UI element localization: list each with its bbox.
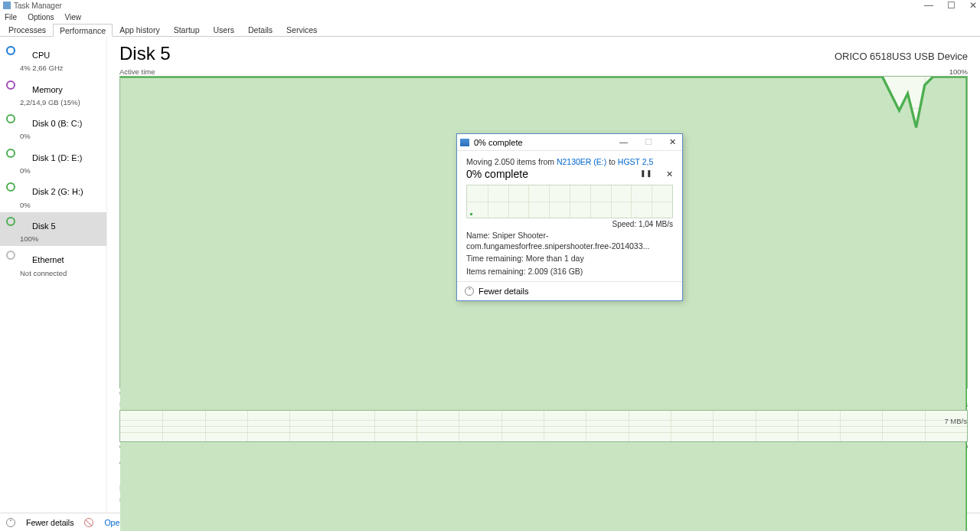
memory-ring-icon: [6, 80, 15, 90]
chevron-up-icon[interactable]: ˄: [465, 287, 474, 296]
sidebar-item-disk1[interactable]: Disk 1 (D: E:)0%: [0, 144, 106, 179]
sidebar-item-disk0[interactable]: Disk 0 (B: C:)0%: [0, 110, 106, 144]
sidebar-item-sub: 0%: [20, 166, 94, 175]
menu-file[interactable]: File: [5, 13, 17, 21]
sidebar-item-disk5[interactable]: Disk 5100%: [0, 212, 106, 247]
perf-sidebar: CPU4% 2,66 GHz Memory2,2/14,9 GB (15%) D…: [0, 37, 107, 513]
sidebar-item-label: CPU: [20, 44, 64, 64]
copy-dialog-icon: [460, 139, 469, 146]
dialog-title: 0% complete: [474, 138, 616, 147]
moving-to: to: [606, 157, 618, 166]
device-name: ORICO 6518US3 USB Device: [835, 51, 968, 62]
dialog-name-key: Name:: [466, 231, 490, 240]
resource-monitor-icon: [84, 518, 93, 527]
chevron-up-icon[interactable]: ˄: [6, 518, 15, 527]
graph2-ymid: 7 MB/s: [944, 417, 967, 425]
menu-options[interactable]: Options: [28, 13, 54, 21]
tab-bar: Processes Performance App history Startu…: [0, 23, 980, 37]
dialog-dest-link[interactable]: HGST 2,5: [618, 157, 654, 166]
dialog-maximize-button[interactable]: ☐: [642, 137, 655, 147]
app-icon: [3, 2, 11, 9]
titlebar: Task Manager — ☐ ✕: [0, 0, 980, 11]
ethernet-ring-icon: [6, 251, 15, 260]
dialog-pause-button[interactable]: ❚❚: [640, 169, 652, 179]
sidebar-item-sub: Not connected: [20, 269, 77, 277]
tab-services[interactable]: Services: [279, 23, 324, 36]
moving-prefix: Moving 2.050 items from: [466, 157, 557, 166]
window-title: Task Manager: [14, 2, 924, 10]
disk-ring-icon: [6, 149, 15, 158]
window-close-button[interactable]: ✕: [969, 0, 977, 11]
tab-performance[interactable]: Performance: [53, 24, 113, 37]
tab-app-history[interactable]: App history: [113, 23, 167, 36]
sidebar-item-disk2[interactable]: Disk 2 (G: H:)0%: [0, 178, 106, 212]
graph1-label: Active time: [119, 67, 155, 76]
dialog-name-value: Sniper Shooter-com.fungamesforfree.snipe…: [466, 231, 649, 251]
sidebar-item-label: Ethernet: [20, 249, 77, 268]
dialog-percent: 0% complete: [466, 168, 528, 180]
sidebar-item-label: Disk 0 (B: C:): [20, 113, 94, 132]
transfer-rate-graph: 7 MB/s: [119, 410, 968, 442]
speed-graph-marker: [470, 213, 472, 215]
dialog-items-value: 2.009 (316 GB): [528, 267, 583, 276]
dialog-time-key: Time remaining:: [466, 254, 524, 263]
dialog-cancel-button[interactable]: ✕: [666, 169, 673, 179]
window-minimize-button[interactable]: —: [924, 0, 933, 11]
page-title: Disk 5: [119, 43, 171, 64]
transfer-rate-line: [120, 411, 967, 531]
dialog-time-value: More than 1 day: [526, 254, 584, 263]
sidebar-item-cpu[interactable]: CPU4% 2,66 GHz: [0, 41, 106, 76]
sidebar-item-label: Disk 1 (D: E:): [20, 147, 94, 166]
sidebar-item-ethernet[interactable]: EthernetNot connected: [0, 246, 106, 280]
cpu-ring-icon: [6, 46, 15, 55]
tab-users[interactable]: Users: [207, 23, 241, 36]
graph1-ymax: 100%: [949, 67, 968, 76]
sidebar-item-label: Disk 5: [20, 215, 68, 234]
disk-ring-icon: [6, 182, 15, 192]
sidebar-item-sub: 0%: [20, 132, 94, 140]
sidebar-item-label: Memory: [20, 79, 80, 98]
sidebar-item-sub: 2,2/14,9 GB (15%): [20, 98, 80, 107]
dialog-speed-graph: [466, 185, 673, 218]
sidebar-item-sub: 4% 2,66 GHz: [20, 64, 64, 72]
sidebar-item-memory[interactable]: Memory2,2/14,9 GB (15%): [0, 76, 106, 110]
dialog-items-key: Items remaining:: [466, 267, 526, 276]
tab-startup[interactable]: Startup: [167, 23, 207, 36]
dialog-source-link[interactable]: N2130ER (E:): [557, 157, 606, 166]
file-copy-dialog: 0% complete — ☐ ✕ Moving 2.050 items fro…: [456, 133, 683, 301]
fewer-details-link[interactable]: Fewer details: [26, 518, 74, 527]
disk-ring-icon: [6, 114, 15, 123]
menubar: File Options View: [0, 11, 980, 23]
dialog-minimize-button[interactable]: —: [616, 137, 631, 147]
tab-processes[interactable]: Processes: [2, 23, 53, 36]
dialog-fewer-details-link[interactable]: Fewer details: [479, 287, 528, 296]
dialog-close-button[interactable]: ✕: [666, 137, 679, 147]
sidebar-item-sub: 0%: [20, 201, 96, 209]
dialog-speed-text: Speed: 1,04 MB/s: [466, 220, 673, 228]
dialog-titlebar[interactable]: 0% complete — ☐ ✕: [457, 134, 682, 151]
disk-ring-icon: [6, 217, 15, 226]
sidebar-item-label: Disk 2 (G: H:): [20, 181, 96, 200]
sidebar-item-sub: 100%: [20, 234, 68, 243]
window-maximize-button[interactable]: ☐: [947, 0, 956, 11]
menu-view[interactable]: View: [65, 13, 82, 21]
dialog-moving-text: Moving 2.050 items from N2130ER (E:) to …: [466, 157, 673, 166]
tab-details[interactable]: Details: [241, 23, 279, 36]
